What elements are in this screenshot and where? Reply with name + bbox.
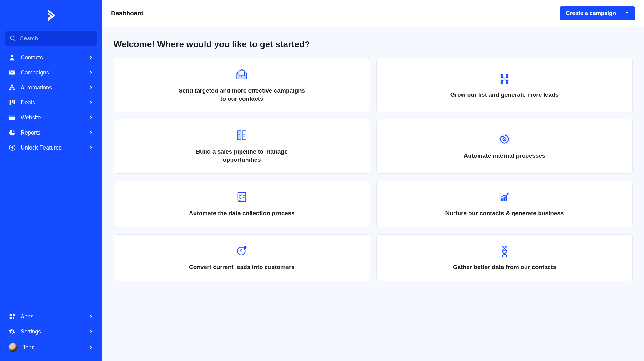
svg-rect-11: [9, 115, 15, 117]
card-text: Gather better data from our contacts: [453, 263, 556, 271]
create-campaign-button[interactable]: Create a campaign: [560, 6, 635, 20]
apps-icon: [9, 313, 16, 320]
svg-line-1: [14, 39, 15, 41]
card-text: Automate the data collection process: [189, 209, 295, 217]
topbar: Dashboard Create a campaign: [102, 0, 644, 27]
sidebar-item-label: Deals: [21, 99, 89, 106]
chevron-right-icon: [89, 115, 94, 120]
card-text: Grow our list and generate more leads: [450, 91, 559, 99]
growth-chart-icon: [498, 190, 511, 204]
avatar: [9, 343, 18, 352]
sidebar-item-website[interactable]: Website: [5, 110, 97, 125]
cta-label: Create a campaign: [566, 10, 616, 17]
svg-rect-4: [11, 85, 13, 86]
svg-rect-15: [13, 314, 15, 316]
chevron-right-icon: [89, 100, 94, 105]
chevron-right-icon: [89, 55, 94, 60]
card-text: Nurture our contacts & generate business: [445, 209, 564, 217]
svg-rect-32: [238, 192, 246, 202]
svg-point-18: [501, 74, 503, 76]
svg-rect-9: [14, 100, 15, 104]
card-text: Build a sales pipeline to manage opportu…: [176, 148, 307, 164]
search-icon: [9, 35, 16, 42]
piechart-icon: [9, 129, 16, 136]
people-network-icon: [498, 71, 511, 85]
sidebar-item-label: Reports: [21, 130, 89, 136]
sidebar-item-campaigns[interactable]: Campaigns: [5, 65, 97, 80]
card-nurture-contacts[interactable]: Nurture our contacts & generate business: [376, 181, 633, 227]
svg-rect-35: [501, 198, 503, 201]
svg-rect-14: [10, 314, 12, 316]
sidebar-item-unlock-features[interactable]: Unlock Features: [5, 140, 97, 155]
sidebar-item-settings[interactable]: Settings: [5, 324, 97, 339]
sidebar-item-label: Website: [21, 114, 89, 121]
sidebar-nav-secondary: Apps Settings John: [5, 309, 97, 356]
browser-icon: [9, 114, 16, 121]
sidebar-item-reports[interactable]: Reports: [5, 125, 97, 140]
card-send-campaigns[interactable]: Send targeted and more effective campaig…: [114, 58, 370, 112]
svg-rect-23: [242, 131, 246, 140]
page-title: Dashboard: [111, 10, 144, 17]
card-grid: Send targeted and more effective campaig…: [114, 58, 633, 281]
sidebar-item-label: Unlock Features: [21, 145, 89, 151]
sidebar-item-user[interactable]: John: [5, 339, 97, 356]
card-automate-processes[interactable]: Automate internal processes: [376, 119, 633, 173]
sidebar-item-label: Campaigns: [21, 69, 89, 76]
chevron-right-icon: [89, 314, 94, 319]
svg-text:$: $: [240, 248, 242, 253]
card-automate-data-collection[interactable]: Automate the data collection process: [114, 181, 370, 227]
flow-icon: [9, 84, 16, 91]
columns-icon: [9, 99, 16, 106]
card-text: Send targeted and more effective campaig…: [176, 87, 307, 103]
sidebar-item-apps[interactable]: Apps: [5, 309, 97, 324]
svg-marker-30: [502, 135, 504, 138]
svg-point-21: [506, 79, 508, 82]
sidebar-item-automations[interactable]: Automations: [5, 80, 97, 95]
sidebar-item-label: Contacts: [21, 54, 89, 61]
chevron-right-icon: [89, 85, 94, 90]
svg-rect-17: [239, 71, 245, 76]
chevron-right-icon: [89, 70, 94, 75]
card-gather-data[interactable]: Gather better data from our contacts: [376, 234, 633, 281]
mail-open-icon: [235, 67, 249, 81]
unlock-arrow-icon: [9, 144, 16, 151]
card-convert-leads[interactable]: $+ Convert current leads into customers: [114, 234, 370, 281]
card-grow-list[interactable]: Grow our list and generate more leads: [376, 58, 633, 112]
svg-text:+: +: [244, 246, 246, 249]
chevron-right-icon: [89, 329, 94, 334]
sidebar: Contacts Campaigns Automations Deals: [0, 0, 102, 361]
search-input[interactable]: [20, 35, 93, 42]
svg-point-20: [501, 79, 503, 82]
sidebar-item-label: Settings: [21, 328, 89, 335]
card-text: Convert current leads into customers: [189, 263, 295, 271]
svg-rect-7: [10, 100, 11, 105]
svg-rect-3: [9, 71, 15, 75]
sidebar-item-contacts[interactable]: Contacts: [5, 50, 97, 65]
pipeline-icon: [235, 128, 249, 142]
sidebar-item-deals[interactable]: Deals: [5, 95, 97, 110]
app-logo: [5, 5, 97, 31]
person-icon: [9, 54, 16, 61]
chevron-logo-icon: [44, 9, 58, 23]
card-sales-pipeline[interactable]: Build a sales pipeline to manage opportu…: [114, 119, 370, 173]
welcome-heading: Welcome! Where would you like to get sta…: [114, 39, 633, 49]
svg-rect-16: [10, 317, 12, 319]
svg-rect-22: [237, 131, 241, 140]
sidebar-item-label: Apps: [21, 313, 89, 320]
svg-rect-36: [504, 197, 505, 201]
main-area: Dashboard Create a campaign Welcome! Whe…: [102, 0, 644, 361]
svg-rect-5: [9, 89, 11, 90]
svg-point-0: [10, 36, 14, 40]
chevron-right-icon: [89, 130, 94, 135]
checklist-icon: [235, 190, 249, 204]
dna-icon: [498, 244, 511, 257]
card-text: Automate internal processes: [464, 152, 545, 160]
svg-rect-8: [12, 100, 13, 103]
svg-point-19: [506, 74, 508, 76]
sidebar-nav-primary: Contacts Campaigns Automations Deals: [5, 50, 97, 155]
search-bar[interactable]: [5, 31, 97, 46]
chevron-right-icon: [89, 145, 94, 150]
svg-rect-6: [13, 89, 15, 90]
envelope-icon: [9, 69, 16, 76]
sidebar-item-label: John: [23, 344, 89, 351]
